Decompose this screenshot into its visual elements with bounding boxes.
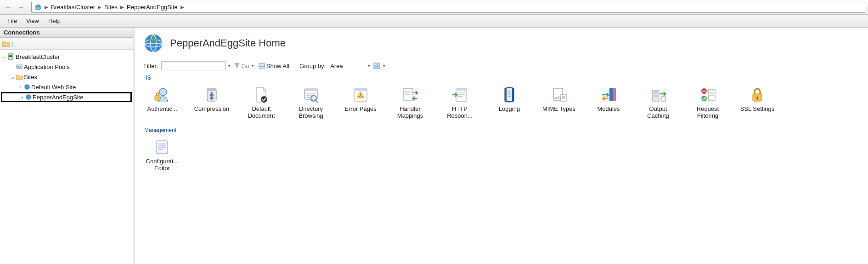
breadcrumb-item[interactable]: Sites	[103, 2, 118, 12]
http-response-headers-icon	[451, 86, 469, 104]
collapse-icon[interactable]: ⌄	[1, 54, 7, 60]
feature-label: SSL Settings	[740, 106, 775, 113]
svg-rect-4	[9, 56, 12, 57]
feature-error-pages[interactable]: 404 Error Pages	[343, 84, 378, 120]
menu-bar: File View Help	[0, 15, 868, 28]
page-title-row: PepperAndEggSite Home	[143, 33, 860, 53]
svg-point-37	[563, 97, 564, 98]
group-iis: IIS Authentic... Compression	[143, 75, 860, 124]
group-caption-label: IIS	[144, 75, 151, 81]
content-pane: PepperAndEggSite Home Filter: ▾ Go ▾ Sho…	[133, 28, 868, 264]
filter-go-button[interactable]: Go ▾	[232, 62, 255, 70]
menu-help[interactable]: Help	[44, 16, 65, 26]
menu-file[interactable]: File	[3, 16, 22, 26]
logging-icon	[500, 86, 519, 104]
iis-icon-grid: Authentic... Compression Default Documen…	[143, 81, 860, 124]
breadcrumb-item[interactable]: BreakfastCluster	[50, 2, 96, 12]
expand-icon[interactable]: ›	[17, 84, 24, 90]
svg-rect-38	[609, 88, 613, 101]
svg-rect-50	[757, 98, 758, 100]
svg-rect-23	[304, 88, 317, 91]
toolbar-separator: |	[10, 40, 15, 47]
feature-modules[interactable]: Modules	[591, 84, 626, 120]
feature-output-caching[interactable]: Output Caching	[640, 84, 676, 120]
tree-node-default-web-site[interactable]: › Default Web Site	[1, 82, 132, 92]
filter-label: Filter:	[143, 63, 158, 69]
svg-rect-6	[17, 66, 19, 68]
feature-handler-mappings[interactable]: Handler Mappings	[392, 84, 428, 120]
tree-label: Default Web Site	[30, 84, 76, 91]
feature-default-document[interactable]: Default Document	[243, 84, 279, 120]
feature-label: Default Document	[243, 106, 279, 120]
svg-rect-41	[654, 91, 658, 94]
svg-rect-39	[613, 88, 616, 101]
feature-label: Compression	[194, 106, 230, 113]
breadcrumb-item[interactable]: PepperAndEggSite	[126, 2, 179, 12]
feature-directory-browsing[interactable]: Directory Browsing	[293, 84, 329, 120]
connections-pane: Connections | ⌄ BreakfastCluster Applica…	[0, 28, 133, 264]
svg-rect-13	[374, 63, 376, 65]
globe-icon	[143, 33, 163, 53]
compression-icon	[203, 86, 221, 104]
chevron-right-icon: ▶	[118, 5, 126, 10]
view-mode-button[interactable]: ▾	[372, 62, 387, 69]
feature-compression[interactable]: Compression	[194, 84, 230, 120]
globe-icon	[25, 94, 32, 100]
feature-label: Authentic...	[147, 106, 177, 113]
menu-view[interactable]: View	[22, 16, 44, 26]
svg-rect-51	[157, 141, 168, 154]
configuration-editor-icon	[153, 138, 171, 156]
grid-view-icon	[373, 63, 381, 69]
feature-label: Output Caching	[640, 106, 676, 120]
expand-icon[interactable]: ›	[19, 94, 25, 100]
filter-show-all-button[interactable]: Show All	[257, 62, 291, 70]
chevron-down-icon[interactable]: ▾	[227, 63, 231, 68]
feature-label: Modules	[597, 106, 620, 113]
feature-ssl-settings[interactable]: SSL Settings	[739, 84, 775, 120]
nav-forward-button[interactable]: →	[16, 2, 27, 13]
feature-label: Logging	[499, 106, 520, 113]
feature-request-filtering[interactable]: Request Filtering	[690, 84, 726, 120]
tree-label: PepperAndEggSite	[32, 94, 84, 101]
feature-mime-types[interactable]: MIME Types	[541, 84, 577, 120]
chevron-right-icon: ▶	[179, 5, 186, 10]
funnel-icon	[234, 63, 240, 69]
feature-label: Handler Mappings	[392, 106, 428, 120]
tree-node-app-pools[interactable]: Application Pools	[1, 62, 132, 72]
svg-rect-26	[354, 88, 367, 91]
svg-rect-15	[374, 66, 376, 69]
svg-rect-20	[207, 88, 216, 91]
feature-label: Error Pages	[344, 106, 376, 113]
tree-node-sites[interactable]: ⌄ Sites	[1, 72, 132, 82]
feature-label: MIME Types	[542, 106, 575, 113]
handler-mappings-icon	[401, 86, 419, 104]
feature-label: Request Filtering	[690, 106, 726, 120]
tree-node-pepper-and-egg-site[interactable]: › PepperAndEggSite	[1, 92, 132, 102]
svg-rect-47	[709, 89, 715, 100]
request-filtering-icon	[699, 86, 717, 104]
feature-configuration-editor[interactable]: Configurat... Editor	[144, 136, 180, 172]
collapse-icon[interactable]: ⌄	[9, 74, 16, 80]
filter-go-label: Go	[242, 63, 249, 69]
default-document-icon	[252, 86, 271, 104]
filter-bar: Filter: ▾ Go ▾ Show All | Group by: Area…	[143, 60, 860, 72]
filter-show-all-label: Show All	[266, 63, 289, 69]
authentication-icon	[153, 86, 171, 104]
management-icon-grid: Configurat... Editor	[143, 133, 860, 177]
nav-back-button[interactable]: ←	[3, 2, 14, 13]
feature-authentication[interactable]: Authentic...	[144, 84, 180, 120]
page-title: PepperAndEggSite Home	[170, 37, 286, 49]
globe-icon	[34, 2, 43, 12]
breadcrumb[interactable]: ▶ BreakfastCluster ▶ Sites ▶ PepperAndEg…	[31, 2, 865, 13]
svg-point-21	[261, 96, 267, 103]
filter-input[interactable]	[161, 61, 225, 70]
connections-header: Connections	[0, 28, 133, 38]
group-caption-label: Management	[144, 127, 176, 133]
group-caption: Management	[143, 127, 860, 133]
feature-logging[interactable]: Logging	[491, 84, 527, 120]
chevron-down-icon[interactable]: ▾	[367, 63, 370, 68]
feature-http-response-headers[interactable]: HTTP Respon...	[442, 84, 478, 120]
connections-toolbar[interactable]: |	[0, 38, 133, 50]
tree-node-server[interactable]: ⌄ BreakfastCluster	[1, 52, 132, 62]
group-by-select[interactable]: Area	[328, 63, 365, 69]
